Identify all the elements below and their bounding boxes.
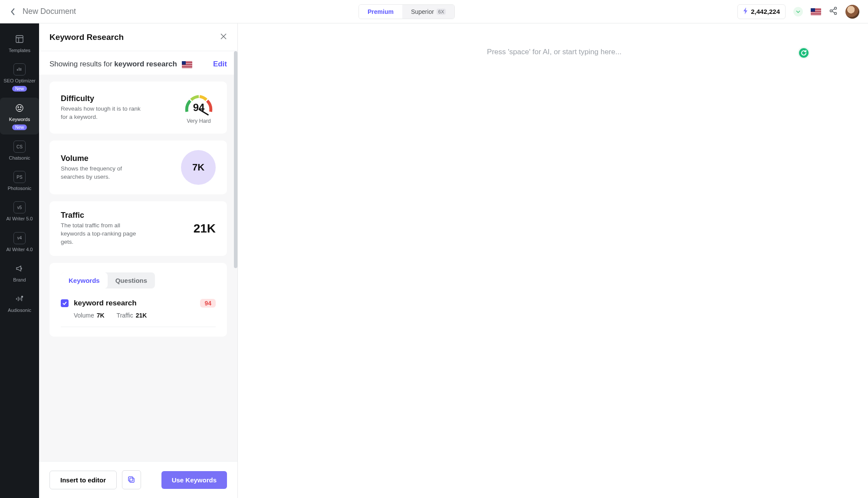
sidebar-item-ai-writer-5[interactable]: v5 AI Writer 5.0 [0, 197, 39, 226]
svg-point-1 [830, 10, 832, 12]
close-icon [220, 33, 227, 40]
keyword-tabs: Keywords Questions [61, 272, 155, 288]
difficulty-label: Very Hard [187, 118, 211, 124]
editor-placeholder: Press 'space' for AI, or start typing he… [487, 48, 621, 498]
panel-body[interactable]: Showing results for keyword research Edi… [39, 51, 237, 461]
grammarly-button[interactable] [798, 47, 810, 59]
sidebar-item-ai-writer-4[interactable]: v4 AI Writer 4.0 [0, 228, 39, 256]
keyword-stats: Volume7K Traffic21K [61, 312, 216, 319]
sidebar-label: AI Writer 4.0 [7, 247, 33, 252]
editor-area[interactable]: Press 'space' for AI, or start typing he… [240, 23, 868, 498]
app-header: New Document Premium Superior 6X 2,442,2… [0, 0, 868, 23]
traffic-card: Traffic The total traffic from all keywo… [49, 201, 227, 256]
row-divider [61, 327, 216, 327]
traffic-value: 21K [194, 222, 216, 236]
difficulty-card: Difficulty Reveals how tough it is to ra… [49, 82, 227, 134]
keywords-icon [13, 102, 26, 114]
header-right: 2,442,224 [737, 4, 859, 19]
edit-button[interactable]: Edit [213, 60, 227, 69]
user-avatar[interactable] [845, 5, 859, 19]
results-keyword: keyword research [114, 60, 177, 68]
credits-button[interactable]: 2,442,224 [737, 4, 786, 19]
grammarly-icon [800, 49, 807, 56]
svg-point-6 [20, 107, 21, 108]
sidebar-item-audiosonic[interactable]: Audiosonic [0, 288, 39, 317]
panel-title: Keyword Research [49, 33, 124, 42]
difficulty-desc: Reveals how tough it is to rank for a ke… [61, 105, 143, 121]
svg-point-4 [16, 105, 23, 111]
copy-icon [128, 476, 135, 484]
keyword-row[interactable]: keyword research 94 Volume7K Traffic21K [61, 299, 216, 327]
sidebar-label: AI Writer 5.0 [7, 216, 33, 221]
volume-title: Volume [61, 154, 143, 163]
chevron-left-icon [10, 8, 16, 16]
language-flag-icon[interactable] [811, 8, 821, 15]
svg-point-5 [18, 107, 19, 108]
sidebar-item-chatsonic[interactable]: CS Chatsonic [0, 136, 39, 165]
use-keywords-button[interactable]: Use Keywords [161, 471, 227, 489]
svg-rect-3 [16, 36, 23, 43]
volume-value: 7K [181, 150, 216, 185]
plan-switcher: Premium Superior 6X [358, 4, 455, 19]
country-flag-icon [182, 61, 192, 68]
superior-multiplier-badge: 6X [437, 9, 446, 15]
volume-card: Volume Shows the frequency of searches b… [49, 141, 227, 194]
chatsonic-icon: CS [13, 141, 26, 153]
seo-icon [13, 63, 26, 75]
tab-keywords[interactable]: Keywords [61, 272, 108, 288]
panel-footer: Insert to editor Use Keywords [39, 461, 237, 498]
svg-rect-8 [130, 478, 134, 482]
sidebar-item-brand[interactable]: Brand [0, 258, 39, 287]
svg-rect-9 [128, 477, 133, 481]
new-badge: New [12, 86, 27, 92]
v5-icon: v5 [13, 201, 26, 213]
sidebar-label: Keywords [9, 117, 30, 122]
back-button[interactable] [9, 7, 17, 16]
showing-prefix: Showing results for [49, 60, 114, 68]
audiosonic-icon [13, 293, 26, 305]
keyword-checkbox[interactable] [61, 299, 69, 307]
traffic-title: Traffic [61, 211, 143, 220]
sidebar-item-templates[interactable]: Templates [0, 29, 39, 57]
sidebar-label: Templates [9, 48, 30, 53]
photosonic-icon: PS [13, 171, 26, 183]
traffic-desc: The total traffic from all keywords a to… [61, 222, 143, 246]
sidebar-item-photosonic[interactable]: PS Photosonic [0, 167, 39, 195]
document-title[interactable]: New Document [23, 7, 76, 16]
plan-superior-label: Superior [411, 8, 434, 15]
plan-premium-tab[interactable]: Premium [359, 5, 402, 19]
sidebar-item-keywords[interactable]: Keywords New [0, 98, 39, 134]
svg-point-0 [835, 7, 837, 9]
keyword-name: keyword research [74, 299, 137, 308]
sidebar-label: Photosonic [8, 186, 31, 191]
sidebar-item-seo-optimizer[interactable]: SEO Optimizer New [0, 59, 39, 96]
kw-traffic-value: 21K [136, 312, 147, 319]
share-icon [829, 7, 838, 15]
volume-desc: Shows the frequency of searches by users… [61, 165, 143, 181]
check-icon [62, 301, 67, 305]
credits-value: 2,442,224 [751, 8, 780, 15]
new-badge: New [12, 124, 27, 130]
plan-superior-tab[interactable]: Superior 6X [402, 5, 454, 19]
status-indicator[interactable] [793, 7, 803, 16]
tab-questions[interactable]: Questions [108, 272, 155, 288]
share-button[interactable] [829, 7, 838, 17]
panel-header: Keyword Research [39, 23, 237, 51]
sidebar-label: SEO Optimizer [3, 78, 35, 83]
difficulty-title: Difficulty [61, 94, 143, 103]
lightning-icon [743, 7, 748, 16]
chevron-down-icon [796, 10, 800, 13]
kw-traffic-label: Traffic [117, 312, 133, 319]
insert-to-editor-button[interactable]: Insert to editor [49, 471, 117, 489]
close-button[interactable] [220, 32, 227, 42]
difficulty-gauge: 94 Very Hard [182, 91, 216, 124]
difficulty-value: 94 [182, 102, 216, 114]
copy-button[interactable] [122, 470, 141, 489]
scrollbar[interactable] [234, 51, 237, 268]
svg-point-7 [22, 296, 23, 297]
sidebar-label: Chatsonic [9, 155, 30, 161]
sidebar: Templates SEO Optimizer New Keywords New… [0, 23, 39, 498]
templates-icon [13, 33, 26, 45]
results-text: Showing results for keyword research [49, 60, 192, 69]
results-bar: Showing results for keyword research Edi… [39, 51, 237, 75]
